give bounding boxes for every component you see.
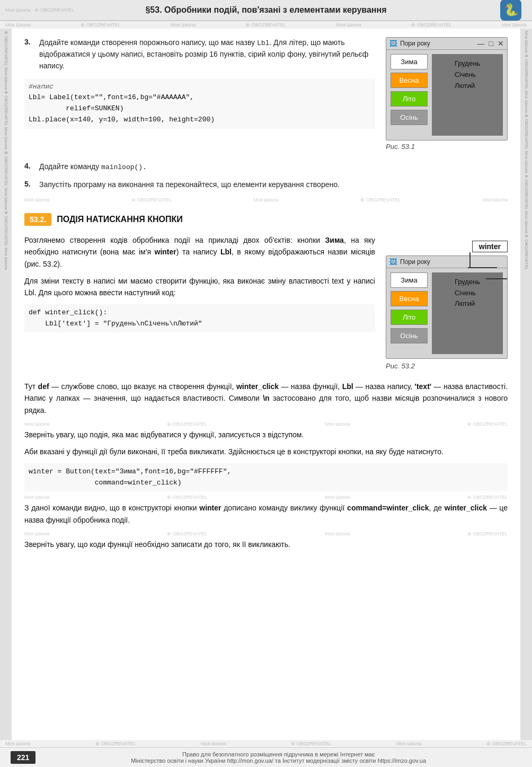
- header-title: §53. Обробники подій, пов'язані з елемен…: [145, 5, 386, 15]
- arrow-down-line: [469, 252, 471, 267]
- btn-vesna[interactable]: Весна: [391, 73, 428, 88]
- minimize-icon[interactable]: —: [477, 39, 485, 48]
- page-number: 221: [11, 751, 36, 764]
- app-window-1-title: 🖼 Пори року: [389, 39, 430, 48]
- app-window-1-body: Зима Весна Літо Осінь ГруденьСіченьЛютий: [386, 50, 507, 140]
- section3-twocol: 3. Додайте команди створення порожнього …: [24, 37, 508, 155]
- btn-osin[interactable]: Осінь: [391, 110, 428, 125]
- section532-left: Розглянемо створення кодів обробника под…: [24, 234, 375, 374]
- app-label-panel-2: ГруденьСіченьЛютий: [432, 272, 503, 354]
- app-window-2-titlebar: 🖼 Пори року: [386, 256, 507, 268]
- para1: Розглянемо створення кодів обробника под…: [24, 234, 375, 270]
- btn-lito[interactable]: Літо: [391, 91, 428, 107]
- btn2-vesna[interactable]: Весна: [391, 291, 428, 306]
- app-window-1-titlebar: 🖼 Пори року — □ ✕: [386, 38, 507, 50]
- page-footer: 221 Право для безоплатного розміщення пі…: [0, 747, 532, 767]
- para2: Для зміни тексту в написі ми маємо створ…: [24, 275, 375, 299]
- section532-header: 53.2. ПОДІЯ НАТИСКАННЯ КНОПКИ: [24, 211, 508, 228]
- section532-badge: 53.2.: [24, 213, 51, 226]
- section4-text: Додайте команду mainloop().: [39, 161, 508, 173]
- section532-title: ПОДІЯ НАТИСКАННЯ КНОПКИ: [57, 215, 183, 224]
- code-block-1: #напис Lbl= Label(text="",font=16,bg="#A…: [24, 78, 375, 129]
- section3: 3. Додайте команди створення порожнього …: [24, 37, 375, 72]
- watermark-row-3: Моя Школа ⊕ OBOZREVATEL Моя Школа ⊕ OBOZ…: [24, 421, 508, 427]
- watermark-row-6: Моя Школа ⊕ OBOZREVATEL Моя Школа ⊕ OBOZ…: [0, 740, 532, 747]
- app-window-icon: 🖼: [389, 39, 397, 48]
- section4: 4. Додайте команду mainloop().: [24, 161, 508, 173]
- section4-number: 4.: [24, 161, 35, 173]
- watermark-row-1: Моя Школа ⊕ OBOZREVATEL Моя Школа ⊕ OBOZ…: [0, 21, 532, 29]
- callout-winter: winter: [472, 241, 508, 252]
- code-block-3: winter = Button(text="Зима",font=16,bg="…: [24, 463, 508, 492]
- figure2-wrapper: winter 🖼 Пори року: [386, 255, 508, 370]
- page-header: Моя Школа ⊕ OBOZREVATEL §53. Обробники п…: [0, 0, 532, 21]
- section3-number: 3.: [24, 37, 35, 72]
- code-block-2: def winter_click(): Lbl['text'] = "Груде…: [24, 304, 375, 333]
- app-label-panel-1: ГруденьСіченьЛютий: [432, 54, 503, 136]
- app-buttons-col-2: Зима Весна Літо Осінь: [391, 272, 428, 354]
- copyright-text: Право для безоплатного розміщення підруч…: [36, 751, 521, 764]
- restore-icon[interactable]: □: [489, 39, 493, 48]
- figure1-col: 🖼 Пори року — □ ✕ Зима: [386, 37, 508, 155]
- section3-text: Додайте команди створення порожнього нап…: [39, 37, 375, 72]
- main-content: ⊕ OBOZREVATEL Моя Школа ⊕ OBOZREVATEL Мо…: [0, 29, 532, 740]
- arrow-horiz-line: [468, 267, 497, 268]
- app-window-1: 🖼 Пори року — □ ✕ Зима: [386, 37, 508, 140]
- app-buttons-col-1: Зима Весна Літо Осінь: [391, 54, 428, 136]
- section532-twocol: Розглянемо створення кодів обробника под…: [24, 234, 508, 374]
- watermark-row-5: Моя Школа ⊕ OBOZREVATEL Моя Школа ⊕ OBOZ…: [24, 531, 508, 536]
- section5-text: Запустіть програму на виконання та перек…: [39, 179, 508, 191]
- btn2-osin[interactable]: Осінь: [391, 328, 428, 343]
- para7: Зверніть увагу, що коди функції необхідн…: [24, 539, 508, 550]
- para5: Аби вказані у функції дії були виконані,…: [24, 446, 508, 457]
- header-watermark-left: Моя Школа ⊕ OBOZREVATEL: [5, 7, 75, 13]
- btn-zima[interactable]: Зима: [391, 54, 428, 69]
- arrow-lbl-line: [486, 278, 507, 279]
- figure2-caption: Рис. 53.2: [386, 362, 508, 370]
- para6: З даної команди видно, що в конструкторі…: [24, 502, 508, 526]
- btn2-lito[interactable]: Літо: [391, 310, 428, 325]
- section5-number: 5.: [24, 179, 35, 191]
- python-icon: 🐍: [500, 0, 521, 21]
- app-window-2: 🖼 Пори року Зима Весна Літо Осінь: [386, 255, 508, 359]
- side-strip-left: ⊕ OBOZREVATEL Моя Школа ⊕ OBOZREVATEL Мо…: [0, 29, 12, 740]
- side-strip-right: Моя Школа ⊕ OBOZREVATEL Моя Школа ⊕ OBOZ…: [520, 29, 532, 740]
- content-area: 3. Додайте команди створення порожнього …: [12, 29, 520, 740]
- section5: 5. Запустіть програму на виконання та пе…: [24, 179, 508, 191]
- figure2-col: winter 🖼 Пори року: [386, 234, 508, 374]
- watermark-row-2: Моя Школа ⊕ OBOZREVATEL Моя Школа ⊕ OBOZ…: [24, 197, 508, 202]
- para4: Зверніть увагу, що подія, яка має відбув…: [24, 429, 508, 440]
- app-window-2-icon: 🖼: [389, 258, 397, 266]
- figure1-caption: Рис. 53.1: [386, 143, 508, 151]
- app-window-1-controls: — □ ✕: [477, 39, 504, 48]
- app-window-2-body: Зима Весна Літо Осінь ГруденьСіченьЛютий…: [386, 268, 507, 358]
- app-window-2-title: 🖼 Пори року: [389, 258, 430, 266]
- section3-left: 3. Додайте команди створення порожнього …: [24, 37, 375, 155]
- para3: Тут def — службове слово, що вказує на с…: [24, 381, 508, 416]
- watermark-row-4: Моя Школа ⊕ OBOZREVATEL Моя Школа ⊕ OBOZ…: [24, 495, 508, 500]
- btn2-zima[interactable]: Зима: [391, 272, 428, 288]
- close-icon[interactable]: ✕: [498, 39, 504, 48]
- page-wrapper: Моя Школа ⊕ OBOZREVATEL Моя Школа ⊕ OBOZ…: [0, 0, 532, 767]
